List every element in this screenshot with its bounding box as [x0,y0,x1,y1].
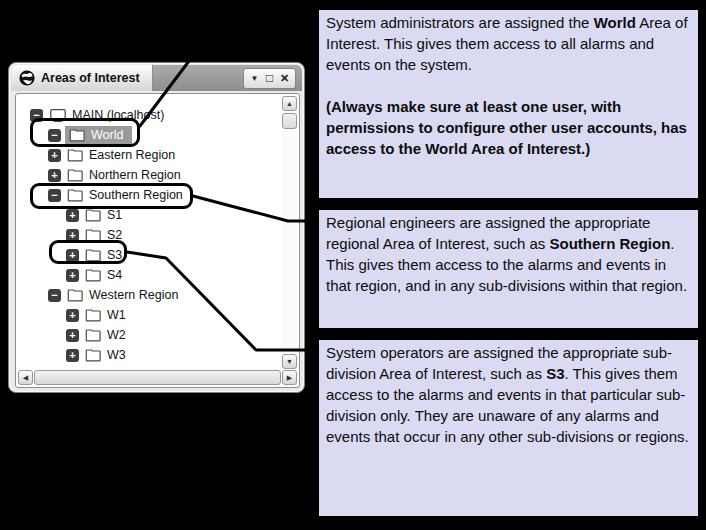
folder-icon [85,209,102,222]
expand-icon[interactable]: + [66,309,79,322]
window-title: Areas of Interest [41,71,140,85]
note-paragraph: Regional engineers are assigned the appr… [326,212,691,296]
note-box-southern-region: Regional engineers are assigned the appr… [317,208,700,330]
folder-icon [67,149,84,162]
tree-item-label: W2 [107,328,126,342]
expand-icon[interactable]: + [66,349,79,362]
tree-item-label: Western Region [89,288,178,302]
callout-rect-s3 [49,240,127,264]
vertical-scrollbar[interactable]: ▲ ▼ [282,96,297,369]
note-box-s3: System operators are assigned the approp… [317,338,700,518]
folder-icon [85,329,102,342]
folder-icon [85,309,102,322]
note-box-world: System administrators are assigned the W… [317,8,700,200]
note-paragraph: System operators are assigned the approp… [326,342,691,447]
tree-item-eastern-region[interactable]: +Eastern Region [16,145,282,165]
tree-item-label: W1 [107,308,126,322]
tree-item-w1[interactable]: +W1 [16,305,282,325]
collapse-icon[interactable]: − [48,289,61,302]
callout-rect-world [30,118,140,147]
horizontal-scrollbar-thumb[interactable] [34,370,281,385]
vertical-scrollbar-track[interactable] [282,131,297,354]
expand-icon[interactable]: + [66,329,79,342]
folder-icon [85,269,102,282]
scroll-right-button[interactable]: ▶ [282,370,297,385]
tree-item-western-region[interactable]: −Western Region [16,285,282,305]
horizontal-scrollbar[interactable]: ◀ ▶ [18,370,297,385]
close-button[interactable]: ✕ [277,69,292,88]
scroll-up-button[interactable]: ▲ [282,96,297,111]
globe-icon [19,70,35,86]
callout-rect-southern-region [30,183,193,209]
tree-item-northern-region[interactable]: +Northern Region [16,165,282,185]
window-controls: ▼ □ ✕ [243,68,296,89]
vertical-scrollbar-thumb[interactable] [282,113,297,129]
tree-item-label: W3 [107,348,126,362]
window-title-tab: Areas of Interest [11,65,153,91]
tree-item-label: Eastern Region [89,148,175,162]
expand-icon[interactable]: + [66,209,79,222]
scroll-down-button[interactable]: ▼ [282,354,297,369]
maximize-button[interactable]: □ [262,69,277,88]
tree-item-label: S4 [107,268,122,282]
areas-of-interest-window: Areas of Interest ▼ □ ✕ −MAIN (localhost… [8,62,305,393]
window-titlebar: Areas of Interest ▼ □ ✕ [11,65,302,91]
tree-item-label: S1 [107,208,122,222]
tree-item-w2[interactable]: +W2 [16,325,282,345]
scroll-left-button[interactable]: ◀ [18,370,33,385]
tree-item-label: Northern Region [89,168,181,182]
tree-item-s4[interactable]: +S4 [16,265,282,285]
folder-icon [85,349,102,362]
tree-item-w3[interactable]: +W3 [16,345,282,365]
note-paragraph: (Always make sure at least one user, wit… [326,96,691,159]
window-menu-button[interactable]: ▼ [247,69,262,88]
expand-icon[interactable]: + [48,169,61,182]
folder-icon [67,289,84,302]
expand-icon[interactable]: + [66,269,79,282]
note-paragraph: System administrators are assigned the W… [326,12,691,75]
expand-icon[interactable]: + [48,149,61,162]
figure-canvas: Areas of Interest ▼ □ ✕ −MAIN (localhost… [0,0,706,530]
folder-icon [67,169,84,182]
